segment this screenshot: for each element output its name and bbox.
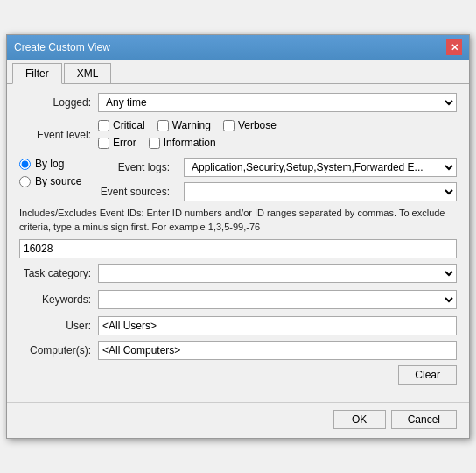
task-category-row: Task category: [19,264,457,283]
event-logs-label: Event logs: [98,161,177,173]
checkbox-verbose[interactable]: Verbose [223,119,276,131]
filter-content: Logged: Any time Last hour Last 12 hours… [7,84,469,399]
tab-bar: Filter XML [7,60,469,84]
logged-select[interactable]: Any time Last hour Last 12 hours Last 24… [98,93,457,112]
bottom-buttons: OK Cancel [7,402,469,438]
cancel-button[interactable]: Cancel [391,410,457,429]
computer-row: Computer(s): [19,341,457,360]
user-input[interactable] [98,316,457,335]
log-source-section: By log By source Event logs: Application… [19,158,457,201]
keywords-select[interactable] [98,290,457,309]
logged-row: Logged: Any time Last hour Last 12 hours… [19,93,457,112]
close-button[interactable]: ✕ [446,39,462,55]
title-bar: Create Custom View ✕ [7,35,469,60]
tab-xml[interactable]: XML [64,63,112,83]
includes-description: Includes/Excludes Event IDs: Enter ID nu… [19,207,457,234]
checkbox-error[interactable]: Error [98,137,136,149]
ok-button[interactable]: OK [333,410,386,429]
by-log-radio-item[interactable]: By log [19,158,98,170]
information-label: Information [164,137,216,149]
checkbox-warning[interactable]: Warning [158,119,211,131]
dialog: Create Custom View ✕ Filter XML Logged: … [6,34,470,439]
keywords-label: Keywords: [19,293,98,306]
computer-label: Computer(s): [19,344,98,357]
clear-row: Clear [19,365,457,385]
error-label: Error [113,137,136,149]
radio-fields: Event logs: Application,Security,Setup,S… [98,158,457,201]
event-level-row: Event level: Critical Warning Verbose [19,119,457,151]
keywords-row: Keywords: [19,290,457,309]
event-logs-row: Event logs: Application,Security,Setup,S… [98,158,457,177]
event-id-input[interactable] [19,239,457,258]
event-id-row [19,239,457,258]
computer-input[interactable] [98,341,457,360]
verbose-label: Verbose [238,119,276,131]
user-label: User: [19,320,98,332]
radio-labels: By log By source [19,158,98,201]
warning-label: Warning [172,119,211,131]
checkbox-information[interactable]: Information [149,137,216,149]
task-category-label: Task category: [19,267,98,279]
event-sources-select[interactable] [184,182,457,201]
by-source-label: By source [35,175,81,187]
dialog-title: Create Custom View [14,41,110,53]
logged-label: Logged: [19,96,98,109]
event-sources-row: Event sources: [98,182,457,201]
by-source-radio-item[interactable]: By source [19,175,98,187]
checkbox-critical[interactable]: Critical [98,119,145,131]
event-level-label: Event level: [19,129,98,141]
clear-button[interactable]: Clear [398,365,457,385]
by-log-label: By log [35,158,64,170]
tab-filter[interactable]: Filter [12,63,62,84]
critical-label: Critical [113,119,145,131]
event-logs-select[interactable]: Application,Security,Setup,System,Forwar… [184,158,457,177]
user-row: User: [19,316,457,335]
task-category-select[interactable] [98,264,457,283]
event-sources-label: Event sources: [98,186,177,198]
